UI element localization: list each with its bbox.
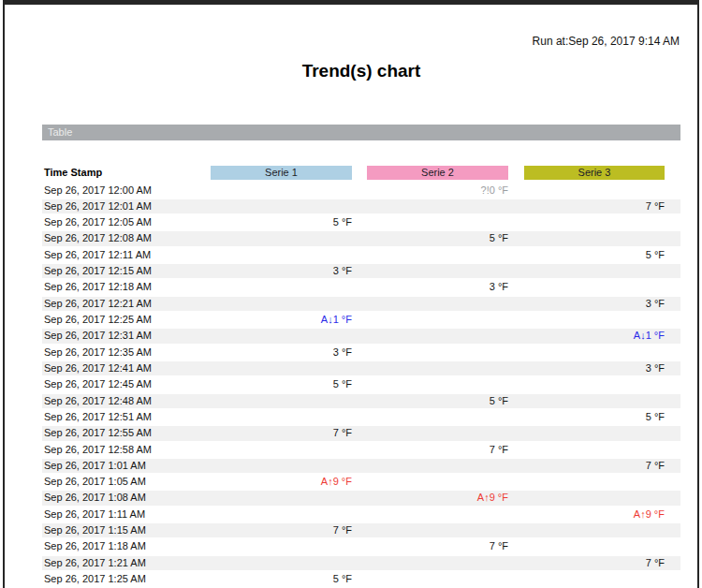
serie2-value-cell (367, 409, 508, 425)
column-gap (508, 296, 524, 312)
serie3-value-cell: 7 °F (524, 555, 665, 571)
column-gap (508, 263, 524, 279)
column-gap (352, 183, 367, 198)
serie3-value-cell (524, 442, 665, 458)
table-row: Sep 26, 2017 1:15 AM 7 °F (42, 522, 680, 538)
serie3-value-cell: 3 °F (524, 296, 665, 312)
column-gap (352, 458, 367, 474)
table-row: Sep 26, 2017 12:08 AM 5 °F (42, 230, 680, 246)
column-gap (665, 198, 680, 214)
column-gap (352, 247, 367, 263)
serie1-value-cell (211, 409, 352, 425)
column-gap (508, 376, 524, 392)
serie3-value-cell (524, 425, 665, 441)
column-gap (665, 555, 680, 571)
serie2-value-cell: 7 °F (367, 442, 508, 458)
timestamp-cell: Sep 26, 2017 1:15 AM (42, 522, 211, 538)
column-gap (352, 555, 367, 571)
column-gap (508, 198, 524, 214)
column-gap (508, 555, 524, 571)
column-gap (508, 166, 524, 180)
timestamp-cell: Sep 26, 2017 1:05 AM (42, 474, 211, 490)
column-gap (508, 345, 524, 360)
serie2-value-cell (367, 474, 508, 490)
page-title: Trend(s) chart (42, 61, 680, 81)
column-gap (665, 409, 680, 425)
column-gap (508, 183, 524, 198)
table-row: Sep 26, 2017 12:35 AM 3 °F (42, 345, 680, 360)
table-row: Sep 26, 2017 12:15 AM 3 °F (42, 263, 680, 279)
column-gap (508, 409, 524, 425)
column-gap (508, 360, 524, 376)
serie1-value-cell (211, 328, 352, 344)
table-row: Sep 26, 2017 12:41 AM 3 °F (42, 360, 680, 376)
serie3-value-cell (524, 538, 665, 554)
serie1-value-cell (211, 442, 352, 458)
column-gap (665, 571, 680, 587)
column-gap (352, 425, 367, 441)
serie2-value-cell: 5 °F (367, 393, 508, 409)
serie2-value-cell (367, 263, 508, 279)
column-gap (508, 571, 524, 587)
column-gap (508, 214, 524, 230)
column-gap (665, 312, 680, 328)
column-gap (352, 571, 367, 587)
column-gap (665, 166, 680, 180)
table-section-label: Table (48, 126, 72, 138)
column-gap (665, 376, 680, 392)
column-gap (508, 458, 524, 474)
serie1-value-cell (211, 183, 352, 198)
timestamp-cell: Sep 26, 2017 1:18 AM (42, 538, 211, 554)
serie1-value-cell (211, 360, 352, 376)
table-row: Sep 26, 2017 12:18 AM 3 °F (42, 279, 680, 295)
serie3-value-cell (524, 279, 665, 295)
timestamp-cell: Sep 26, 2017 1:01 AM (42, 458, 211, 474)
column-gap (352, 296, 367, 312)
column-gap (508, 328, 524, 344)
serie2-value-cell (367, 345, 508, 360)
timestamp-cell: Sep 26, 2017 12:48 AM (42, 393, 211, 409)
column-gap (665, 458, 680, 474)
column-gap (508, 490, 524, 506)
timestamp-cell: Sep 26, 2017 12:25 AM (42, 312, 211, 328)
serie2-value-cell: ?!0 °F (367, 183, 508, 198)
table-header-row: Time Stamp Serie 1 Serie 2 Serie 3 (42, 166, 680, 182)
column-header-timestamp: Time Stamp (42, 166, 211, 180)
column-gap (352, 198, 367, 214)
column-gap (665, 263, 680, 279)
serie1-value-cell: 7 °F (211, 522, 352, 538)
serie3-value-cell (524, 474, 665, 490)
timestamp-cell: Sep 26, 2017 12:21 AM (42, 296, 211, 312)
serie1-value-cell: A↓1 °F (211, 312, 352, 328)
serie2-value-cell (367, 425, 508, 441)
column-gap (665, 214, 680, 230)
trend-table-body: Sep 26, 2017 12:00 AM ?!0 °F Sep 26, 201… (42, 183, 680, 588)
column-gap (508, 312, 524, 328)
timestamp-cell: Sep 26, 2017 12:11 AM (42, 247, 211, 263)
serie3-value-cell (524, 214, 665, 230)
column-header-serie1: Serie 1 (211, 166, 352, 180)
table-section-bar: Table (42, 125, 680, 140)
column-gap (508, 442, 524, 458)
column-gap (508, 247, 524, 263)
column-gap (352, 507, 367, 522)
timestamp-cell: Sep 26, 2017 1:08 AM (42, 490, 211, 506)
column-gap (665, 393, 680, 409)
serie1-value-cell (211, 296, 352, 312)
column-gap (508, 507, 524, 522)
column-gap (352, 538, 367, 554)
serie3-value-cell (524, 376, 665, 392)
column-gap (665, 538, 680, 554)
timestamp-cell: Sep 26, 2017 12:08 AM (42, 230, 211, 246)
table-row: Sep 26, 2017 1:05 AM A↑9 °F (42, 474, 680, 490)
timestamp-cell: Sep 26, 2017 12:15 AM (42, 263, 211, 279)
serie1-value-cell (211, 279, 352, 295)
column-gap (508, 393, 524, 409)
table-row: Sep 26, 2017 12:00 AM ?!0 °F (42, 183, 680, 198)
serie2-value-cell (367, 555, 508, 571)
column-gap (508, 538, 524, 554)
column-gap (352, 312, 367, 328)
timestamp-cell: Sep 26, 2017 1:25 AM (42, 571, 211, 587)
table-row: Sep 26, 2017 12:48 AM 5 °F (42, 393, 680, 409)
column-gap (352, 230, 367, 246)
